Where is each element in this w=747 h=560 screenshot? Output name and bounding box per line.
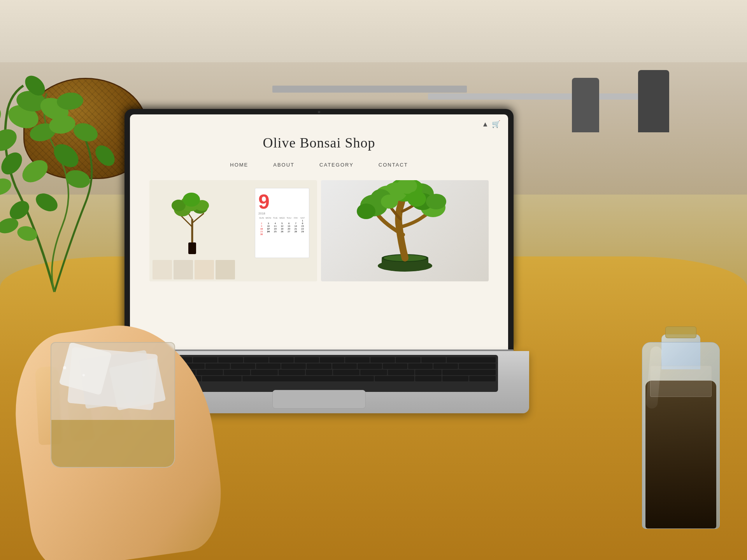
bonsai-large-svg — [351, 180, 459, 274]
svg-point-30 — [183, 193, 200, 207]
bottle-body — [642, 342, 720, 529]
nav-about[interactable]: ABOUT — [270, 160, 298, 169]
calendar-widget: 9 2018 SUN MON TUE WED THU FRI SAT — [255, 188, 309, 258]
nav-contact[interactable]: CONTACT — [375, 160, 411, 169]
svg-point-10 — [18, 156, 52, 187]
tent-icon[interactable]: ▲ — [482, 120, 489, 128]
nav-home[interactable]: HOME — [227, 160, 251, 169]
bottle-cap — [665, 327, 696, 338]
svg-point-11 — [33, 190, 61, 215]
svg-point-2 — [0, 148, 26, 178]
svg-rect-20 — [188, 242, 196, 254]
office-chair-1 — [638, 70, 669, 132]
laptop-camera — [318, 111, 320, 113]
product-image-2[interactable] — [321, 180, 489, 281]
plastic-cup — [51, 342, 175, 490]
site-title: Olive Bonsai Shop — [263, 135, 375, 151]
bonsai-small-svg — [161, 188, 223, 258]
cart-icon[interactable]: 🛒 — [492, 120, 500, 128]
far-desk-2 — [428, 93, 661, 100]
bottle-group — [638, 311, 724, 529]
website-topbar: ▲ 🛒 — [130, 114, 508, 128]
svg-point-46 — [426, 194, 446, 209]
svg-line-23 — [192, 213, 204, 223]
svg-point-19 — [16, 224, 39, 243]
svg-point-0 — [0, 125, 21, 155]
website-nav: HOME ABOUT CATEGORY CONTACT — [227, 160, 411, 169]
product-image-1[interactable]: 9 2018 SUN MON TUE WED THU FRI SAT — [149, 180, 317, 281]
far-desk — [272, 86, 467, 93]
product-images: 9 2018 SUN MON TUE WED THU FRI SAT — [130, 180, 508, 281]
hand-cup-group — [19, 288, 222, 560]
svg-point-45 — [357, 204, 375, 219]
svg-point-48 — [407, 191, 426, 207]
nav-category[interactable]: CATEGORY — [316, 160, 357, 169]
svg-point-47 — [381, 195, 398, 209]
office-chair-2 — [572, 78, 599, 132]
svg-point-16 — [0, 104, 4, 130]
trackpad[interactable] — [272, 390, 366, 409]
svg-point-5 — [49, 139, 83, 172]
thumbnail-strip — [149, 258, 317, 281]
scene-wrapper: ▲ 🛒 Olive Bonsai Shop HOME ABOUT CATEGOR… — [0, 0, 747, 560]
